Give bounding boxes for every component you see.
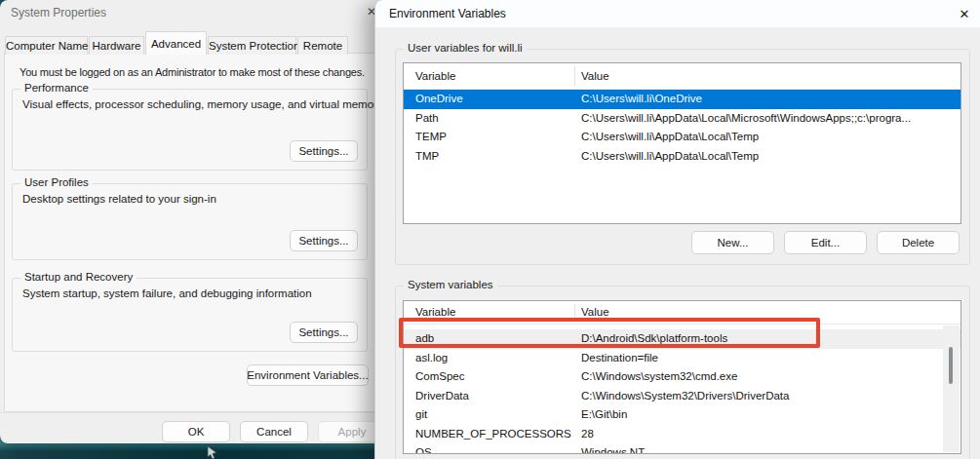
edit-user-variable-button[interactable]: Edit... (784, 231, 867, 254)
vertical-scrollbar[interactable] (943, 325, 960, 452)
system-properties-dialog: System Properties ✕ Computer Name Hardwa… (0, 0, 380, 443)
variable-cell: TEMP (415, 128, 447, 147)
cancel-button[interactable]: Cancel (240, 421, 308, 442)
table-row[interactable]: asl.log Destination=file (404, 349, 960, 368)
table-row[interactable]: OS Windows NT (404, 443, 960, 454)
startup-recovery-settings-button[interactable]: Settings... (290, 322, 358, 343)
value-cell: C:\Windows\system32\cmd.exe (581, 367, 737, 387)
value-cell: C:\Users\will.li\AppData\Local\Temp (581, 128, 759, 147)
delete-user-variable-button[interactable]: Delete (877, 231, 960, 254)
mouse-cursor-icon (206, 445, 219, 459)
startup-recovery-group-title: Startup and Recovery (20, 271, 137, 283)
ok-button[interactable]: OK (162, 421, 230, 442)
user-variables-group-title: User variables for will.li (404, 42, 527, 54)
annotation-box (399, 318, 820, 348)
environment-variables-button[interactable]: Environment Variables... (247, 364, 369, 386)
user-profiles-group: User Profiles Desktop settings related t… (12, 183, 368, 260)
close-icon[interactable]: ✕ (955, 4, 974, 23)
column-divider[interactable] (574, 66, 575, 86)
column-header-value[interactable]: Value (581, 70, 609, 82)
user-variables-table: Variable Value OneDrive C:\Users\will.li… (403, 62, 961, 224)
environment-variables-dialog: Environment Variables ✕ User variables f… (374, 0, 980, 459)
variable-cell: TMP (415, 147, 439, 167)
environment-variables-title: Environment Variables (389, 7, 506, 20)
variable-cell: OneDrive (415, 90, 463, 109)
column-header-variable[interactable]: Variable (415, 306, 455, 318)
variable-cell: Path (415, 109, 439, 129)
variable-cell: asl.log (415, 349, 448, 368)
footer-divider (0, 412, 380, 413)
value-cell: E:\Git\bin (581, 405, 627, 425)
value-cell: C:\Windows\System32\Drivers\DriverData (581, 387, 789, 406)
table-header: Variable Value (404, 63, 960, 90)
admin-note: You must be logged on as an Administrato… (20, 66, 365, 78)
user-profiles-description: Desktop settings related to your sign-in (22, 193, 216, 205)
variable-cell: DriverData (415, 387, 469, 406)
tab-hardware[interactable]: Hardware (89, 36, 144, 55)
performance-group-title: Performance (20, 82, 93, 94)
performance-group: Performance Visual effects, processor sc… (12, 89, 368, 171)
variable-cell: OS (415, 443, 432, 454)
startup-recovery-description: System startup, system failure, and debu… (22, 287, 312, 299)
tab-remote[interactable]: Remote (297, 36, 348, 55)
system-properties-title: System Properties (11, 6, 106, 19)
value-cell: C:\Users\will.li\AppData\Local\Microsoft… (581, 109, 911, 129)
startup-recovery-group: Startup and Recovery System startup, sys… (12, 278, 368, 352)
performance-description: Visual effects, processor scheduling, me… (22, 98, 383, 110)
table-row[interactable]: ComSpec C:\Windows\system32\cmd.exe (404, 367, 960, 387)
new-user-variable-button[interactable]: New... (691, 231, 774, 254)
tab-computer-name[interactable]: Computer Name (5, 36, 88, 55)
user-profiles-settings-button[interactable]: Settings... (290, 230, 358, 251)
performance-settings-button[interactable]: Settings... (290, 140, 358, 162)
tab-system-protection[interactable]: System Protection (208, 36, 296, 55)
table-row[interactable]: git E:\Git\bin (404, 405, 960, 425)
value-cell: Destination=file (581, 349, 658, 368)
table-row[interactable]: DriverData C:\Windows\System32\Drivers\D… (404, 387, 960, 406)
table-row[interactable]: TEMP C:\Users\will.li\AppData\Local\Temp (404, 128, 960, 147)
system-variables-group-title: System variables (404, 279, 497, 290)
scrollbar-thumb[interactable] (949, 347, 953, 384)
value-cell: C:\Users\will.li\AppData\Local\Temp (581, 147, 759, 167)
table-row[interactable]: NUMBER_OF_PROCESSORS 28 (404, 425, 960, 444)
value-cell: C:\Users\will.li\OneDrive (581, 90, 702, 109)
user-profiles-group-title: User Profiles (20, 176, 93, 188)
table-row[interactable]: OneDrive C:\Users\will.li\OneDrive (404, 90, 960, 109)
column-header-variable[interactable]: Variable (415, 70, 455, 82)
variable-cell: ComSpec (415, 367, 465, 387)
tab-advanced[interactable]: Advanced (145, 31, 207, 55)
value-cell: Windows NT (581, 443, 645, 454)
table-row[interactable]: Path C:\Users\will.li\AppData\Local\Micr… (404, 109, 960, 129)
column-header-value[interactable]: Value (581, 306, 609, 318)
variable-cell: NUMBER_OF_PROCESSORS (415, 425, 571, 444)
table-row[interactable]: TMP C:\Users\will.li\AppData\Local\Temp (404, 147, 960, 167)
variable-cell: git (415, 405, 427, 425)
value-cell: 28 (581, 425, 594, 444)
